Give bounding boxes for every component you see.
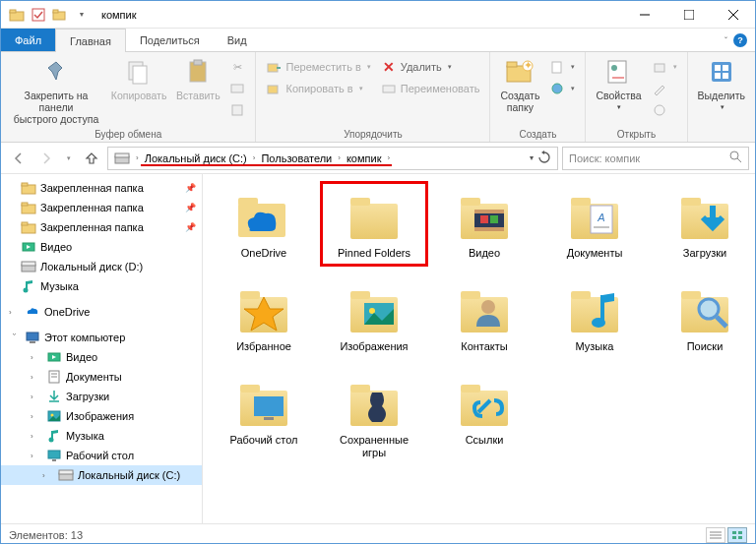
new-folder-icon[interactable]: [50, 5, 70, 25]
address-bar[interactable]: › Локальный диск (C:) › Пользователи › к…: [107, 147, 558, 170]
svg-point-89: [481, 300, 495, 314]
tree-quick-item[interactable]: Музыка: [1, 276, 202, 296]
expand-icon[interactable]: ›: [9, 308, 19, 317]
address-dropdown-icon[interactable]: ▾: [530, 153, 534, 162]
tab-home[interactable]: Главная: [55, 29, 126, 52]
crumb-drive-icon[interactable]: [110, 151, 134, 166]
view-switcher: [706, 527, 747, 543]
recent-button[interactable]: ▾: [62, 147, 76, 170]
ribbon-collapse-icon[interactable]: ˇ: [724, 35, 727, 45]
crumb-users[interactable]: Пользователи: [257, 152, 336, 164]
icons-view-button[interactable]: [727, 527, 747, 543]
item-label: Ссылки: [466, 434, 504, 447]
crumb-sep-icon[interactable]: ›: [253, 153, 256, 162]
qat-dropdown-icon[interactable]: ▼: [72, 5, 92, 25]
tree-pc-item[interactable]: ›Музыка: [1, 426, 202, 446]
folder-item[interactable]: AДокументы: [543, 184, 646, 264]
crumb-local-disk[interactable]: Локальный диск (C:): [141, 152, 251, 164]
expand-icon[interactable]: ›: [31, 432, 40, 441]
tree-pc-item[interactable]: ›Рабочий стол: [1, 446, 202, 465]
folder-item[interactable]: OneDrive: [213, 184, 315, 264]
tree-pc-item[interactable]: ›Изображения: [1, 406, 202, 426]
expand-icon[interactable]: ›: [31, 412, 40, 421]
group-label-select: [694, 138, 749, 142]
tab-file[interactable]: Файл: [1, 29, 55, 51]
pc-icon: [25, 330, 40, 345]
svg-rect-109: [732, 531, 736, 534]
folder-icon: [453, 375, 516, 430]
new-item-button[interactable]: ▾: [545, 56, 579, 78]
item-icon: [58, 467, 74, 483]
tree-pc-item[interactable]: ›Видео: [1, 347, 202, 367]
tree-pc-item[interactable]: ›Документы: [1, 367, 202, 387]
expand-icon[interactable]: ›: [31, 373, 40, 382]
tree-quick-item[interactable]: Локальный диск (D:): [1, 257, 202, 276]
tree-pc-item[interactable]: ›Загрузки: [1, 387, 202, 406]
minimize-button[interactable]: [622, 1, 666, 29]
svg-rect-29: [715, 65, 721, 71]
move-to-button: Переместить в▾: [262, 56, 374, 78]
up-button[interactable]: [80, 147, 103, 170]
svg-rect-100: [264, 417, 274, 420]
folder-item[interactable]: Ссылки: [433, 371, 536, 463]
folder-item[interactable]: Музыка: [543, 277, 646, 357]
pin-to-quick-access-button[interactable]: Закрепить на панели быстрого доступа: [7, 54, 105, 127]
item-label: Контакты: [461, 340, 508, 353]
folder-item[interactable]: Видео: [433, 184, 536, 264]
forward-button[interactable]: [34, 147, 58, 170]
item-label: Сохраненныеигры: [340, 434, 409, 459]
svg-line-36: [737, 158, 741, 162]
tree-quick-item[interactable]: Закрепленная папка📌: [1, 178, 202, 198]
help-icon[interactable]: ?: [733, 33, 747, 47]
tree-onedrive[interactable]: ›OneDrive: [1, 302, 202, 322]
expand-icon[interactable]: ›: [42, 471, 52, 480]
tab-view[interactable]: Вид: [214, 29, 261, 51]
properties-icon[interactable]: [29, 5, 48, 25]
tree-item-label: Музыка: [40, 280, 79, 292]
item-icon: [46, 448, 62, 463]
expand-icon[interactable]: ›: [31, 353, 40, 362]
svg-rect-48: [27, 332, 38, 340]
expand-icon[interactable]: ›: [31, 393, 40, 401]
easy-access-button[interactable]: ▾: [545, 78, 579, 99]
properties-button[interactable]: Свойства ▾: [592, 54, 645, 115]
folder-item[interactable]: Поиски: [654, 277, 755, 357]
navigation-tree[interactable]: Закрепленная папка📌Закрепленная папка📌За…: [1, 174, 203, 523]
item-icon: [46, 408, 62, 424]
expand-icon[interactable]: ›: [31, 452, 40, 460]
tree-item-label: Закрепленная папка: [40, 202, 144, 213]
crumb-sep-icon[interactable]: ›: [338, 153, 341, 162]
folder-item[interactable]: Изображения: [323, 277, 425, 357]
folder-item[interactable]: Pinned Folders: [323, 184, 425, 264]
back-button[interactable]: [7, 147, 31, 170]
details-view-button[interactable]: [706, 527, 725, 543]
folder-item[interactable]: Избранное: [213, 277, 315, 357]
crumb-sep-icon[interactable]: ›: [136, 153, 139, 162]
new-item-icon: [549, 59, 565, 75]
folder-item[interactable]: Рабочий стол: [213, 371, 315, 463]
maximize-button[interactable]: [666, 1, 711, 29]
tree-this-pc[interactable]: ›Этот компьютер: [1, 328, 202, 347]
delete-button[interactable]: ✕Удалить▾: [377, 56, 484, 78]
search-input[interactable]: Поиск: компик: [562, 147, 749, 170]
tree-quick-item[interactable]: Закрепленная папка📌: [1, 198, 202, 217]
select-button[interactable]: Выделить ▾: [694, 54, 749, 115]
refresh-icon[interactable]: [537, 151, 551, 166]
new-folder-button[interactable]: ✦ Создать папку: [496, 54, 543, 115]
folder-item[interactable]: Загрузки: [654, 184, 755, 264]
crumb-sep-icon[interactable]: ›: [387, 153, 390, 162]
easy-access-icon: [549, 81, 565, 96]
tree-quick-item[interactable]: Видео: [1, 237, 202, 257]
group-label-clipboard: Буфер обмена: [7, 127, 249, 142]
close-button[interactable]: [711, 1, 755, 29]
content-area[interactable]: OneDrivePinned FoldersВидеоAДокументыЗаг…: [203, 174, 755, 523]
folder-item[interactable]: Сохраненныеигры: [323, 371, 425, 463]
tree-pc-item[interactable]: ›Локальный диск (C:): [1, 465, 202, 485]
crumb-current[interactable]: компик: [343, 152, 386, 164]
folder-icon: [343, 188, 406, 243]
expand-icon[interactable]: ›: [10, 332, 19, 342]
folder-item[interactable]: Контакты: [433, 277, 536, 357]
folder-icon: [232, 281, 295, 336]
tree-quick-item[interactable]: Закрепленная папка📌: [1, 217, 202, 237]
tab-share[interactable]: Поделиться: [126, 29, 214, 51]
